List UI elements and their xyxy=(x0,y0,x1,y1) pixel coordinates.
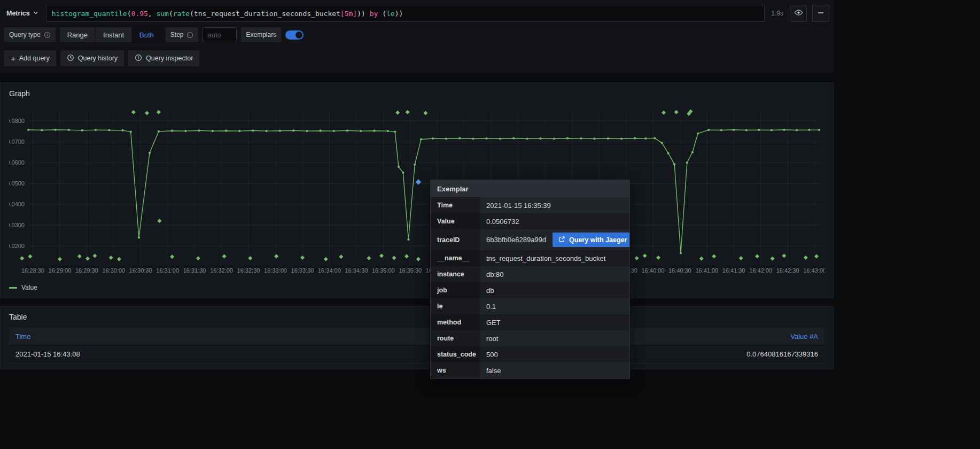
tooltip-row-label: instance xyxy=(431,266,480,282)
exemplar-marker[interactable] xyxy=(771,257,775,261)
exemplar-marker[interactable] xyxy=(782,254,786,258)
query-with-jaeger-button[interactable]: Query with Jaeger xyxy=(553,233,630,247)
query-topbar: Metrics histogram_quantile(0.95, sum(rat… xyxy=(4,3,829,24)
exemplar-marker[interactable] xyxy=(392,256,396,260)
datasource-picker[interactable]: Metrics xyxy=(4,10,41,17)
exemplar-marker[interactable] xyxy=(339,254,343,259)
svg-text:16:32:30: 16:32:30 xyxy=(237,267,260,274)
tooltip-row-label: method xyxy=(431,314,480,330)
tooltip-row: routeroot xyxy=(431,330,629,346)
collapse-query-row-button[interactable] xyxy=(812,5,829,22)
exemplar-marker[interactable] xyxy=(85,257,90,261)
svg-text:16:40:00: 16:40:00 xyxy=(641,267,664,274)
table-panel-title: Table xyxy=(9,313,825,321)
exemplar-marker[interactable] xyxy=(367,256,371,260)
exemplar-marker[interactable] xyxy=(814,254,819,258)
exemplar-marker[interactable] xyxy=(712,254,716,258)
exemplar-marker[interactable] xyxy=(93,254,97,258)
table-header-row: TimeValue #A xyxy=(9,328,825,345)
svg-text:16:29:30: 16:29:30 xyxy=(75,267,98,274)
exemplar-marker[interactable] xyxy=(248,256,252,260)
exemplar-marker[interactable] xyxy=(196,256,200,260)
tooltip-row: le0.1 xyxy=(431,298,629,314)
exemplar-marker[interactable] xyxy=(755,254,759,258)
time-series-chart[interactable]: 16:28:3016:29:0016:29:3016:30:0016:30:30… xyxy=(9,104,825,281)
query-inspector-label: Query inspector xyxy=(146,55,193,62)
exemplar-marker[interactable] xyxy=(699,257,704,261)
table-body: 2021-01-15 16:43:080.07640816167339316 xyxy=(9,345,825,363)
exemplar-tooltip-title: Exemplar xyxy=(431,180,629,197)
exemplar-marker[interactable] xyxy=(20,256,24,260)
exemplar-marker[interactable] xyxy=(405,254,409,258)
query-history-button[interactable]: Query history xyxy=(60,50,124,66)
query-type-label-chip: Query type xyxy=(4,27,56,42)
info-icon xyxy=(135,54,142,63)
tooltip-row-label: __name__ xyxy=(431,250,480,266)
tooltip-row-label: Time xyxy=(431,197,480,213)
graph-svg: 16:28:3016:29:0016:29:3016:30:0016:30:30… xyxy=(9,104,825,281)
exemplar-marker[interactable] xyxy=(804,256,808,260)
exemplar-marker[interactable] xyxy=(131,110,136,114)
table-header-time[interactable]: Time xyxy=(15,332,30,340)
exemplar-marker[interactable] xyxy=(300,256,305,260)
query-token-label: le xyxy=(386,10,395,18)
exemplar-marker[interactable] xyxy=(157,110,161,114)
svg-text:0.0800: 0.0800 xyxy=(9,118,25,124)
add-query-button[interactable]: + Add query xyxy=(4,50,56,66)
exemplars-toggle[interactable] xyxy=(285,30,304,40)
exemplar-marker[interactable] xyxy=(145,111,149,115)
exemplar-marker[interactable] xyxy=(635,256,639,260)
exemplar-marker[interactable] xyxy=(222,254,227,258)
query-preview-button[interactable] xyxy=(790,5,807,22)
exemplar-marker[interactable] xyxy=(674,110,679,114)
query-inspector-button[interactable]: Query inspector xyxy=(128,50,199,66)
exemplar-marker[interactable] xyxy=(416,257,421,261)
series-line xyxy=(28,130,819,253)
exemplar-marker[interactable] xyxy=(406,110,410,114)
tooltip-row: methodGET xyxy=(431,314,629,330)
step-input[interactable] xyxy=(203,27,237,42)
table-header-value-a[interactable]: Value #A xyxy=(790,332,818,340)
svg-text:0.0500: 0.0500 xyxy=(9,180,25,187)
query-token-punct: ( xyxy=(127,10,131,18)
exemplar-marker[interactable] xyxy=(656,256,660,260)
exemplar-marker[interactable] xyxy=(158,219,162,223)
query-type-option-both[interactable]: Both xyxy=(131,27,161,42)
exemplar-marker[interactable] xyxy=(77,254,82,258)
exemplar-marker[interactable] xyxy=(109,256,113,260)
exemplar-marker[interactable] xyxy=(274,254,278,258)
datasource-label: Metrics xyxy=(6,10,30,17)
query-token-num: 0.95 xyxy=(131,10,148,18)
history-clock-icon xyxy=(67,54,74,63)
query-history-label: Query history xyxy=(78,55,118,62)
exemplar-marker[interactable] xyxy=(643,254,647,258)
exemplar-marker[interactable] xyxy=(117,257,121,261)
exemplar-marker[interactable] xyxy=(395,111,400,115)
tooltip-row-label: route xyxy=(431,330,480,346)
exemplar-marker[interactable] xyxy=(662,111,666,115)
graph-legend-item[interactable]: Value xyxy=(9,282,825,293)
legend-series-label: Value xyxy=(21,284,37,291)
query-token-punct xyxy=(365,10,370,18)
add-query-label: Add query xyxy=(19,55,50,62)
tooltip-row: __name__tns_request_duration_seconds_buc… xyxy=(431,250,629,266)
exemplar-marker[interactable] xyxy=(324,257,328,261)
minus-icon xyxy=(818,9,824,18)
query-type-option-range[interactable]: Range xyxy=(60,27,95,42)
svg-text:0.0200: 0.0200 xyxy=(9,243,25,249)
selected-exemplar-marker[interactable] xyxy=(416,179,421,184)
exemplar-marker[interactable] xyxy=(28,254,32,259)
svg-text:0.0400: 0.0400 xyxy=(9,201,25,207)
tooltip-row-value: false xyxy=(480,362,629,378)
exemplar-tooltip-rows: Time2021-01-15 16:35:39Value0.0506732tra… xyxy=(431,197,629,378)
exemplar-marker[interactable] xyxy=(170,254,174,259)
tooltip-row-label: job xyxy=(431,282,480,298)
graph-panel-title: Graph xyxy=(9,89,825,98)
svg-text:0.0600: 0.0600 xyxy=(9,159,25,166)
exemplars-label: Exemplars xyxy=(246,31,276,38)
exemplar-marker[interactable] xyxy=(58,257,62,261)
promql-query-input[interactable]: histogram_quantile(0.95, sum(rate(tns_re… xyxy=(46,5,765,22)
query-type-option-instant[interactable]: Instant xyxy=(95,27,131,42)
exemplar-marker[interactable] xyxy=(423,111,427,115)
exemplar-marker[interactable] xyxy=(739,256,743,260)
